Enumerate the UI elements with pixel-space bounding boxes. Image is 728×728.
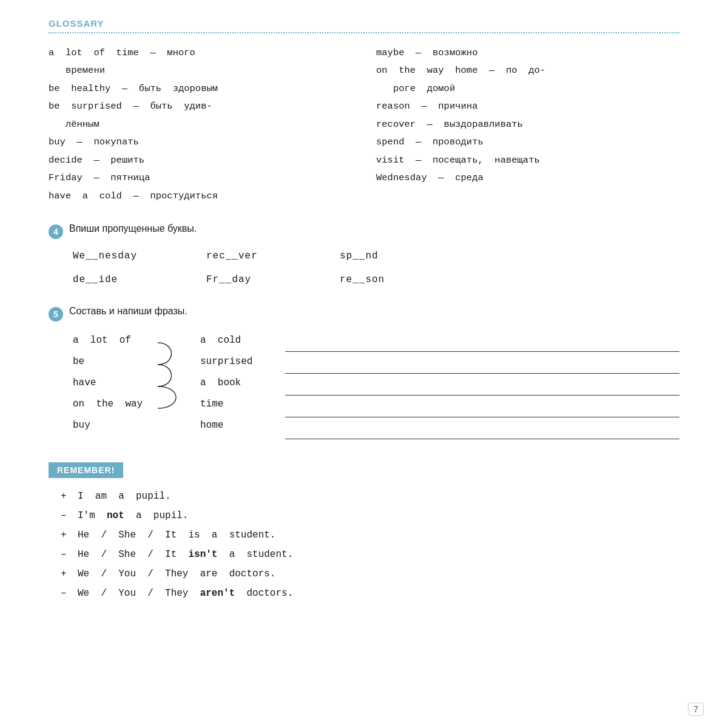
phrase-left-item: buy xyxy=(73,415,158,436)
page-number: 7 xyxy=(688,703,704,716)
answer-line-3[interactable] xyxy=(285,375,679,396)
exercise-5-number: 5 xyxy=(49,307,63,322)
answer-line-4[interactable] xyxy=(285,397,679,417)
phrase-right-item: a book xyxy=(200,372,273,394)
exercise-4-instruction: Впиши пропущенные буквы. xyxy=(69,223,197,234)
phrase-matching: a lot of be have on the way buy xyxy=(73,330,679,439)
page: GLOSSARY a lot of time — много времени b… xyxy=(0,0,728,639)
phrase-right-item: a cold xyxy=(200,330,273,351)
phrase-answer-lines xyxy=(273,330,679,439)
remember-sign: – xyxy=(61,545,69,564)
answer-line-1[interactable] xyxy=(285,331,679,352)
glossary-entry: recover — выздоравливать xyxy=(376,116,679,133)
arrows-container xyxy=(158,330,200,430)
remember-section: REMEMBER! + I am a pupil. – I'm not a pu… xyxy=(49,456,679,603)
remember-text: He / She / It is a student. xyxy=(78,525,679,545)
phrase-right-item: home xyxy=(200,415,273,436)
exercise-4-number: 4 xyxy=(49,224,63,239)
remember-row-4: – He / She / It isn't a student. xyxy=(61,545,679,564)
glossary-entry: buy — покупать xyxy=(49,133,352,151)
glossary-entry: decide — решить xyxy=(49,152,352,169)
glossary-col-right: maybe — возможно on the way home — по до… xyxy=(376,44,679,205)
glossary-entry: роге домой xyxy=(376,80,679,98)
glossary-entry: maybe — возможно xyxy=(376,44,679,62)
glossary-title: GLOSSARY xyxy=(49,18,679,29)
remember-row-1: + I am a pupil. xyxy=(61,487,679,506)
fill-word: Fr__day xyxy=(206,271,328,289)
fill-word: We__nesday xyxy=(73,248,194,265)
remember-sign: + xyxy=(61,525,69,545)
glossary-col-left: a lot of time — много времени be healthy… xyxy=(49,44,352,205)
answer-line-5[interactable] xyxy=(285,419,679,439)
remember-row-6: – We / You / They aren't doctors. xyxy=(61,584,679,603)
phrase-right-col: a cold surprised a book time home xyxy=(200,330,273,437)
glossary-entry: have a cold — простудиться xyxy=(49,187,352,205)
glossary-section: GLOSSARY a lot of time — много времени b… xyxy=(49,18,679,205)
matching-arrows xyxy=(158,332,200,430)
remember-row-5: + We / You / They are doctors. xyxy=(61,564,679,584)
glossary-entry: on the way home — по до- xyxy=(376,62,679,79)
glossary-entry: be surprised — быть удив- xyxy=(49,98,352,115)
remember-sign: – xyxy=(61,584,69,603)
remember-title: REMEMBER! xyxy=(49,462,123,478)
remember-sign: + xyxy=(61,487,69,506)
exercise-5-instruction: Составь и напиши фразы. xyxy=(69,306,187,317)
glossary-columns: a lot of time — много времени be healthy… xyxy=(49,44,679,205)
remember-row-2: – I'm not a pupil. xyxy=(61,506,679,525)
remember-text: He / She / It isn't a student. xyxy=(78,545,679,564)
fill-word: de__ide xyxy=(73,271,194,289)
fill-word: rec__ver xyxy=(206,248,328,265)
phrase-left-item: have xyxy=(73,372,158,394)
glossary-entry: be healthy — быть здоровым xyxy=(49,80,352,98)
phrase-left-item: be xyxy=(73,351,158,372)
remember-row-3: + He / She / It is a student. xyxy=(61,525,679,545)
phrase-left-item: a lot of xyxy=(73,330,158,351)
glossary-entry: reason — причина xyxy=(376,98,679,115)
phrase-section: a lot of be have on the way buy xyxy=(49,330,679,439)
exercise-4-header: 4 Впиши пропущенные буквы. xyxy=(49,223,679,239)
glossary-entry: visit — посещать, навещать xyxy=(376,152,679,169)
exercise-4: 4 Впиши пропущенные буквы. We__nesday re… xyxy=(49,223,679,289)
glossary-entry: времени xyxy=(49,62,352,79)
exercise-5-header: 5 Составь и напиши фразы. xyxy=(49,306,679,322)
answer-line-2[interactable] xyxy=(285,353,679,374)
exercise-4-grid: We__nesday rec__ver sp__nd de__ide Fr__d… xyxy=(49,248,679,289)
exercise-5: 5 Составь и напиши фразы. a lot of be ha… xyxy=(49,306,679,439)
remember-text: I'm not a pupil. xyxy=(78,506,679,525)
glossary-entry: лённым xyxy=(49,116,352,133)
remember-content: + I am a pupil. – I'm not a pupil. + He … xyxy=(49,487,679,603)
glossary-entry: a lot of time — много xyxy=(49,44,352,62)
fill-word: sp__nd xyxy=(340,248,461,265)
remember-text: We / You / They are doctors. xyxy=(78,564,679,584)
remember-sign: + xyxy=(61,564,69,584)
glossary-entry: Wednesday — среда xyxy=(376,169,679,187)
phrase-left-item: on the way xyxy=(73,394,158,415)
remember-text: We / You / They aren't doctors. xyxy=(78,584,679,603)
glossary-entry: Friday — пятница xyxy=(49,169,352,187)
glossary-entry: spend — проводить xyxy=(376,133,679,151)
remember-sign: – xyxy=(61,506,69,525)
phrase-left-col: a lot of be have on the way buy xyxy=(73,330,158,437)
phrase-right-item: time xyxy=(200,394,273,415)
glossary-divider xyxy=(49,32,679,33)
phrase-right-item: surprised xyxy=(200,351,273,372)
remember-text: I am a pupil. xyxy=(78,487,679,506)
fill-word: re__son xyxy=(340,271,461,289)
